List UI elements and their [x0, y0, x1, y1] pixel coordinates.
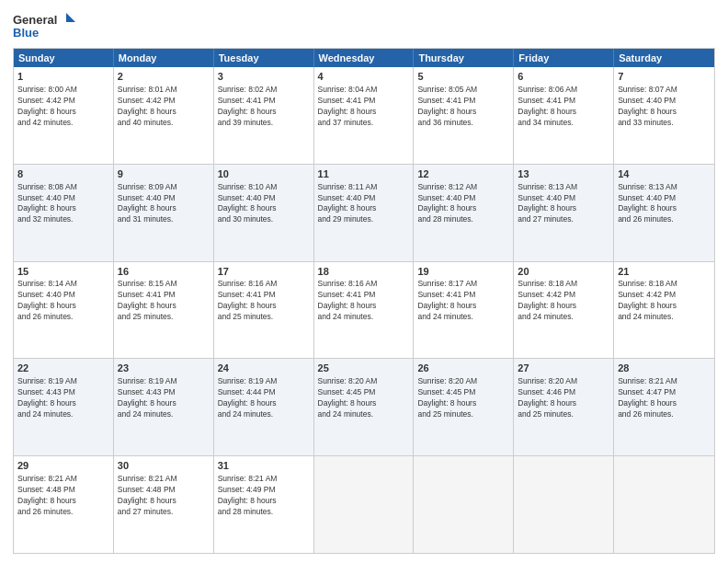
header-day-monday: Monday — [114, 49, 214, 67]
cell-info: Sunrise: 8:11 AM Sunset: 4:40 PM Dayligh… — [318, 182, 410, 226]
day-number: 26 — [417, 362, 509, 375]
calendar-cell: 7Sunrise: 8:07 AM Sunset: 4:40 PM Daylig… — [614, 67, 714, 164]
cell-info: Sunrise: 8:19 AM Sunset: 4:43 PM Dayligh… — [17, 376, 109, 420]
calendar-cell: 14Sunrise: 8:13 AM Sunset: 4:40 PM Dayli… — [614, 165, 714, 261]
calendar-cell: 8Sunrise: 8:08 AM Sunset: 4:40 PM Daylig… — [14, 165, 114, 261]
cell-info: Sunrise: 8:02 AM Sunset: 4:41 PM Dayligh… — [218, 85, 310, 129]
calendar-cell: 30Sunrise: 8:21 AM Sunset: 4:48 PM Dayli… — [114, 456, 214, 553]
day-number: 20 — [518, 265, 609, 279]
calendar-cell: 22Sunrise: 8:19 AM Sunset: 4:43 PM Dayli… — [14, 359, 114, 455]
header-day-sunday: Sunday — [14, 49, 114, 67]
cell-info: Sunrise: 8:05 AM Sunset: 4:41 PM Dayligh… — [417, 85, 509, 129]
calendar-cell: 25Sunrise: 8:20 AM Sunset: 4:45 PM Dayli… — [314, 359, 415, 455]
calendar-cell: 29Sunrise: 8:21 AM Sunset: 4:48 PM Dayli… — [14, 456, 114, 553]
calendar-week-5: 29Sunrise: 8:21 AM Sunset: 4:48 PM Dayli… — [14, 456, 714, 553]
calendar-header-row: SundayMondayTuesdayWednesdayThursdayFrid… — [14, 49, 714, 67]
day-number: 29 — [17, 459, 109, 473]
day-number: 5 — [417, 70, 509, 84]
calendar-cell: 28Sunrise: 8:21 AM Sunset: 4:47 PM Dayli… — [614, 359, 714, 455]
cell-info: Sunrise: 8:19 AM Sunset: 4:44 PM Dayligh… — [218, 376, 310, 420]
cell-info: Sunrise: 8:13 AM Sunset: 4:40 PM Dayligh… — [618, 182, 711, 226]
cell-info: Sunrise: 8:04 AM Sunset: 4:41 PM Dayligh… — [318, 85, 410, 129]
cell-info: Sunrise: 8:08 AM Sunset: 4:40 PM Dayligh… — [17, 182, 109, 226]
calendar-week-1: 1Sunrise: 8:00 AM Sunset: 4:42 PM Daylig… — [14, 67, 714, 165]
calendar-cell — [314, 456, 415, 553]
calendar-cell — [614, 456, 714, 553]
cell-info: Sunrise: 8:20 AM Sunset: 4:46 PM Dayligh… — [518, 376, 609, 420]
calendar-cell: 4Sunrise: 8:04 AM Sunset: 4:41 PM Daylig… — [314, 67, 415, 164]
cell-info: Sunrise: 8:20 AM Sunset: 4:45 PM Dayligh… — [417, 376, 509, 420]
cell-info: Sunrise: 8:18 AM Sunset: 4:42 PM Dayligh… — [518, 279, 609, 323]
logo-svg: GeneralBlue — [13, 9, 77, 42]
cell-info: Sunrise: 8:20 AM Sunset: 4:45 PM Dayligh… — [318, 376, 410, 420]
day-number: 22 — [17, 362, 109, 375]
calendar-cell: 1Sunrise: 8:00 AM Sunset: 4:42 PM Daylig… — [14, 67, 114, 164]
cell-info: Sunrise: 8:16 AM Sunset: 4:41 PM Dayligh… — [318, 279, 410, 323]
calendar-cell: 19Sunrise: 8:17 AM Sunset: 4:41 PM Dayli… — [414, 262, 514, 359]
cell-info: Sunrise: 8:21 AM Sunset: 4:48 PM Dayligh… — [17, 474, 109, 518]
day-number: 18 — [318, 265, 410, 279]
cell-info: Sunrise: 8:01 AM Sunset: 4:42 PM Dayligh… — [118, 85, 210, 129]
cell-info: Sunrise: 8:21 AM Sunset: 4:48 PM Dayligh… — [118, 474, 210, 518]
cell-info: Sunrise: 8:10 AM Sunset: 4:40 PM Dayligh… — [218, 182, 310, 226]
day-number: 25 — [318, 362, 410, 375]
day-number: 12 — [417, 167, 509, 181]
day-number: 1 — [17, 70, 109, 84]
calendar-cell: 20Sunrise: 8:18 AM Sunset: 4:42 PM Dayli… — [514, 262, 614, 359]
day-number: 28 — [618, 362, 711, 375]
day-number: 24 — [218, 362, 310, 375]
calendar-cell: 3Sunrise: 8:02 AM Sunset: 4:41 PM Daylig… — [214, 67, 314, 164]
calendar-week-3: 15Sunrise: 8:14 AM Sunset: 4:40 PM Dayli… — [14, 262, 714, 360]
svg-marker-2 — [66, 13, 75, 22]
logo: GeneralBlue — [13, 9, 77, 42]
day-number: 30 — [118, 459, 210, 473]
svg-text:Blue: Blue — [13, 26, 39, 40]
page: GeneralBlue SundayMondayTuesdayWednesday… — [0, 0, 728, 563]
day-number: 15 — [17, 265, 109, 279]
calendar-cell: 11Sunrise: 8:11 AM Sunset: 4:40 PM Dayli… — [314, 165, 415, 261]
calendar-cell: 17Sunrise: 8:16 AM Sunset: 4:41 PM Dayli… — [214, 262, 314, 359]
day-number: 21 — [618, 265, 711, 279]
cell-info: Sunrise: 8:19 AM Sunset: 4:43 PM Dayligh… — [118, 376, 210, 420]
cell-info: Sunrise: 8:13 AM Sunset: 4:40 PM Dayligh… — [518, 182, 609, 226]
calendar-cell: 5Sunrise: 8:05 AM Sunset: 4:41 PM Daylig… — [414, 67, 514, 164]
calendar-cell: 6Sunrise: 8:06 AM Sunset: 4:41 PM Daylig… — [514, 67, 614, 164]
calendar-cell: 21Sunrise: 8:18 AM Sunset: 4:42 PM Dayli… — [614, 262, 714, 359]
cell-info: Sunrise: 8:09 AM Sunset: 4:40 PM Dayligh… — [118, 182, 210, 226]
day-number: 13 — [518, 167, 609, 181]
header-day-saturday: Saturday — [614, 49, 714, 67]
calendar-week-2: 8Sunrise: 8:08 AM Sunset: 4:40 PM Daylig… — [14, 165, 714, 262]
day-number: 3 — [218, 70, 310, 84]
day-number: 2 — [118, 70, 210, 84]
calendar-cell: 16Sunrise: 8:15 AM Sunset: 4:41 PM Dayli… — [114, 262, 214, 359]
calendar-cell — [514, 456, 614, 553]
day-number: 14 — [618, 167, 711, 181]
calendar-cell: 15Sunrise: 8:14 AM Sunset: 4:40 PM Dayli… — [14, 262, 114, 359]
calendar-body: 1Sunrise: 8:00 AM Sunset: 4:42 PM Daylig… — [14, 67, 714, 553]
header-day-friday: Friday — [514, 49, 614, 67]
cell-info: Sunrise: 8:07 AM Sunset: 4:40 PM Dayligh… — [618, 85, 711, 129]
header-day-tuesday: Tuesday — [214, 49, 314, 67]
cell-info: Sunrise: 8:06 AM Sunset: 4:41 PM Dayligh… — [518, 85, 609, 129]
calendar-cell: 31Sunrise: 8:21 AM Sunset: 4:49 PM Dayli… — [214, 456, 314, 553]
cell-info: Sunrise: 8:18 AM Sunset: 4:42 PM Dayligh… — [618, 279, 711, 323]
calendar-cell: 12Sunrise: 8:12 AM Sunset: 4:40 PM Dayli… — [414, 165, 514, 261]
calendar-cell: 24Sunrise: 8:19 AM Sunset: 4:44 PM Dayli… — [214, 359, 314, 455]
day-number: 31 — [218, 459, 310, 473]
cell-info: Sunrise: 8:00 AM Sunset: 4:42 PM Dayligh… — [17, 85, 109, 129]
day-number: 9 — [118, 167, 210, 181]
cell-info: Sunrise: 8:14 AM Sunset: 4:40 PM Dayligh… — [17, 279, 109, 323]
day-number: 27 — [518, 362, 609, 375]
calendar-cell: 27Sunrise: 8:20 AM Sunset: 4:46 PM Dayli… — [514, 359, 614, 455]
cell-info: Sunrise: 8:15 AM Sunset: 4:41 PM Dayligh… — [118, 279, 210, 323]
calendar-cell: 13Sunrise: 8:13 AM Sunset: 4:40 PM Dayli… — [514, 165, 614, 261]
day-number: 19 — [417, 265, 509, 279]
calendar-cell: 23Sunrise: 8:19 AM Sunset: 4:43 PM Dayli… — [114, 359, 214, 455]
day-number: 10 — [218, 167, 310, 181]
svg-text:General: General — [13, 13, 57, 27]
day-number: 6 — [518, 70, 609, 84]
calendar-cell — [414, 456, 514, 553]
calendar-cell: 26Sunrise: 8:20 AM Sunset: 4:45 PM Dayli… — [414, 359, 514, 455]
cell-info: Sunrise: 8:21 AM Sunset: 4:47 PM Dayligh… — [618, 376, 711, 420]
day-number: 4 — [318, 70, 410, 84]
